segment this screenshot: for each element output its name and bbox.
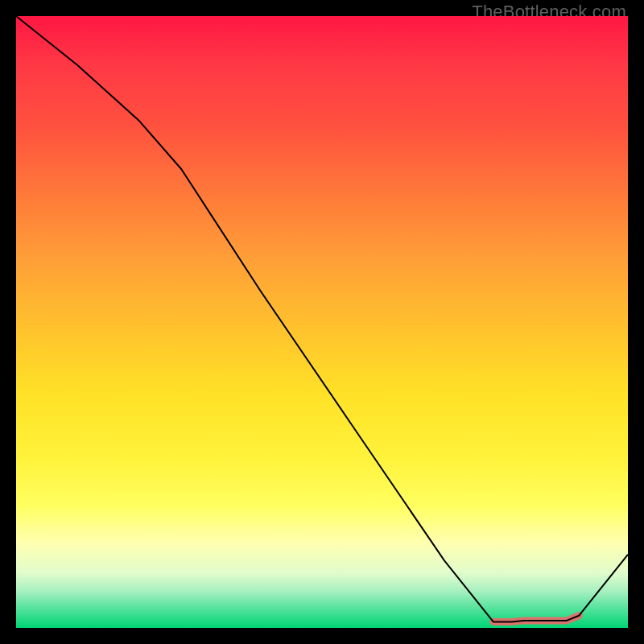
chart-container: TheBottleneck.com (0, 0, 644, 644)
plot-area (16, 16, 628, 628)
main-curve (16, 16, 628, 621)
chart-svg (16, 16, 628, 628)
